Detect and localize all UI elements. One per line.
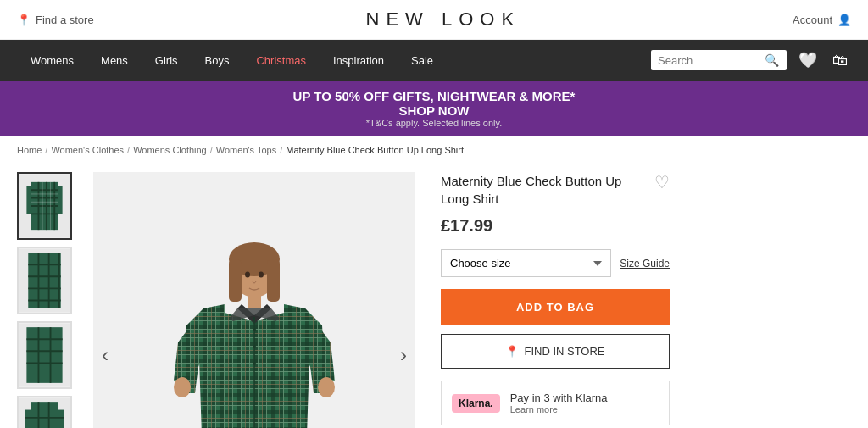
breadcrumb-sep4: / xyxy=(280,145,282,155)
find-store-label: Find a store xyxy=(36,14,94,26)
klarna-box: Klarna. Pay in 3 with Klarna Learn more xyxy=(441,381,670,425)
svg-point-68 xyxy=(253,362,256,365)
bag-nav-icon[interactable]: 🛍 xyxy=(829,48,851,73)
location-icon: 📍 xyxy=(17,14,31,26)
promo-banner[interactable]: UP TO 50% OFF GIFTS, NIGHTWEAR & MORE* S… xyxy=(0,81,868,136)
account-area[interactable]: Account 👤 xyxy=(793,14,851,26)
thumbnails xyxy=(17,172,76,428)
product-title-row: Maternity Blue Check Button Up Long Shir… xyxy=(441,172,670,208)
klarna-title: Pay in 3 with Klarna xyxy=(510,392,608,404)
search-icon: 🔍 xyxy=(765,53,779,67)
breadcrumb-womens-clothes[interactable]: Women's Clothes xyxy=(51,145,124,155)
klarna-badge: Klarna. xyxy=(452,394,500,413)
breadcrumb-sep2: / xyxy=(127,145,130,155)
product-image-svg xyxy=(153,224,356,428)
add-to-bag-button[interactable]: ADD TO BAG xyxy=(441,289,670,325)
klarna-learn-link[interactable]: Learn more xyxy=(510,404,608,414)
logo[interactable]: NEW LOOK xyxy=(366,8,521,31)
promo-sub: *T&Cs apply. Selected lines only. xyxy=(8,118,860,128)
thumb-img-1 xyxy=(19,172,70,240)
find-in-store-button[interactable]: 📍 FIND IN STORE xyxy=(441,334,670,369)
prev-image-button[interactable]: ‹ xyxy=(93,335,117,375)
main-image: ‹ xyxy=(93,172,415,428)
find-in-store-label: FIND IN STORE xyxy=(524,345,604,358)
thumbnail-1[interactable] xyxy=(17,172,72,240)
svg-rect-53 xyxy=(248,293,261,308)
nav-mens[interactable]: Mens xyxy=(87,40,142,81)
thumbnail-3[interactable] xyxy=(17,321,72,389)
nav-links: Womens Mens Girls Boys Christmas Inspira… xyxy=(17,40,651,81)
store-pin-icon: 📍 xyxy=(505,345,519,358)
svg-rect-52 xyxy=(267,259,280,302)
breadcrumb-sep3: / xyxy=(210,145,213,155)
breadcrumb-womens-tops[interactable]: Women's Tops xyxy=(216,145,276,155)
nav-boys[interactable]: Boys xyxy=(192,40,243,81)
product-info: Maternity Blue Check Button Up Long Shir… xyxy=(432,172,670,428)
promo-cta: SHOP NOW xyxy=(8,103,860,118)
nav-womens[interactable]: Womens xyxy=(17,40,87,81)
next-image-button[interactable]: › xyxy=(392,335,415,375)
nav-sale[interactable]: Sale xyxy=(398,40,447,81)
nav-right: 🔍 🤍 🛍 xyxy=(651,47,851,73)
thumbnail-2[interactable] xyxy=(17,247,72,314)
breadcrumb-sep1: / xyxy=(45,145,47,155)
thumb-img-2 xyxy=(19,247,70,314)
klarna-info: Pay in 3 with Klarna Learn more xyxy=(510,392,608,414)
nav-girls[interactable]: Girls xyxy=(142,40,192,81)
product-area: ‹ xyxy=(0,164,868,428)
find-store[interactable]: 📍 Find a store xyxy=(17,14,94,26)
size-guide-link[interactable]: Size Guide xyxy=(620,258,670,270)
search-box[interactable]: 🔍 xyxy=(651,50,787,70)
thumb-img-4 xyxy=(19,396,70,428)
svg-point-71 xyxy=(245,272,250,278)
main-image-area xyxy=(93,220,415,428)
svg-rect-51 xyxy=(229,259,242,302)
account-label: Account xyxy=(793,14,832,26)
breadcrumb-womens-clothing[interactable]: Womens Clothing xyxy=(133,145,207,155)
wishlist-nav-icon[interactable]: 🤍 xyxy=(795,47,821,73)
svg-point-72 xyxy=(259,272,264,278)
breadcrumb-home[interactable]: Home xyxy=(17,145,42,155)
svg-rect-34 xyxy=(53,410,64,428)
thumbnail-4[interactable] xyxy=(17,396,72,428)
thumb-img-3 xyxy=(19,321,70,389)
svg-point-70 xyxy=(318,377,335,397)
size-select[interactable]: Choose size XS S M L XL XXL xyxy=(441,249,611,277)
nav-inspiration[interactable]: Inspiration xyxy=(320,40,398,81)
svg-point-66 xyxy=(253,328,256,331)
svg-rect-25 xyxy=(26,327,62,383)
svg-rect-33 xyxy=(25,410,36,428)
promo-main: UP TO 50% OFF GIFTS, NIGHTWEAR & MORE* xyxy=(8,89,860,103)
top-bar: 📍 Find a store NEW LOOK Account 👤 xyxy=(0,0,868,40)
svg-point-69 xyxy=(174,377,191,397)
wishlist-button[interactable]: ♡ xyxy=(654,172,670,192)
account-icon: 👤 xyxy=(837,14,851,26)
search-input[interactable] xyxy=(658,54,760,67)
product-title: Maternity Blue Check Button Up Long Shir… xyxy=(441,172,646,208)
nav-christmas[interactable]: Christmas xyxy=(242,40,320,81)
nav-bar: Womens Mens Girls Boys Christmas Inspira… xyxy=(0,40,868,81)
product-price: £17.99 xyxy=(441,216,670,236)
breadcrumb: Home / Women's Clothes / Womens Clothing… xyxy=(0,136,868,164)
svg-point-67 xyxy=(253,345,256,348)
size-row: Choose size XS S M L XL XXL Size Guide xyxy=(441,249,670,277)
breadcrumb-current: Maternity Blue Check Button Up Long Shir… xyxy=(286,145,464,155)
